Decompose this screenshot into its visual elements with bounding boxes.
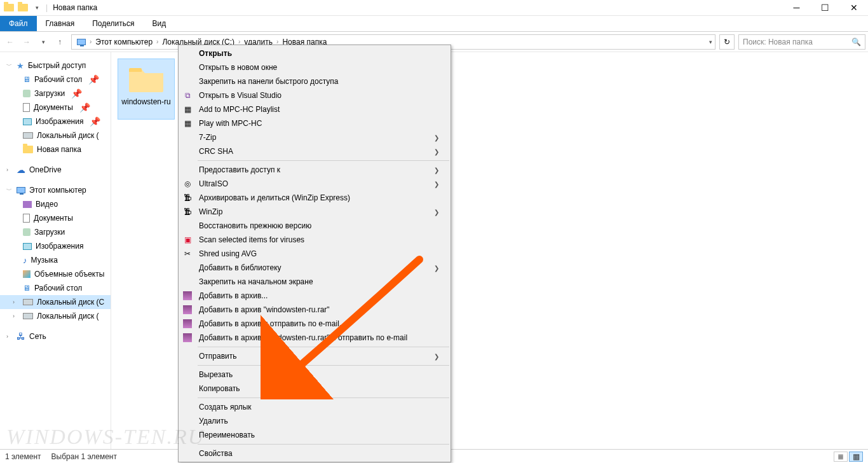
sidebar-label: Локальный диск (	[37, 131, 99, 140]
menu-separator	[198, 347, 449, 347]
submenu-arrow-icon: ❯	[434, 167, 439, 174]
sidebar-localdisk[interactable]: Локальный диск (	[0, 128, 111, 142]
ribbon-tab-share[interactable]: Поделиться	[83, 16, 143, 31]
menu-7zip[interactable]: 7-Zip❯	[179, 130, 451, 144]
menu-pin-start[interactable]: Закрепить на начальном экране	[179, 275, 451, 289]
sidebar-label: Изображения	[36, 117, 83, 126]
close-button[interactable]: ✕	[839, 0, 868, 16]
sidebar-music[interactable]: ♪Музыка	[0, 253, 111, 267]
chevron-right-icon: ›	[155, 38, 159, 45]
submenu-arrow-icon: ❯	[434, 209, 439, 216]
sidebar-pictures-2[interactable]: Изображения	[0, 239, 111, 253]
menu-add-mpc-playlist[interactable]: ▦Add to MPC-HC Playlist	[179, 102, 451, 116]
search-input[interactable]: Поиск: Новая папка 🔍	[738, 34, 865, 50]
folder-open-icon	[18, 3, 28, 13]
menu-pin-quick-access[interactable]: Закрепить на панели быстрого доступа	[179, 74, 451, 88]
sidebar-label: Рабочий стол	[34, 284, 82, 293]
menu-winzip-express[interactable]: 🗜Архивировать и делиться (WinZip Express…	[179, 191, 451, 205]
winrar-icon	[182, 333, 193, 343]
sidebar-downloads-2[interactable]: Загрузки	[0, 225, 111, 239]
menu-copy[interactable]: Копировать	[179, 382, 451, 396]
sidebar-videos[interactable]: Видео	[0, 197, 111, 211]
sidebar-label: OneDrive	[29, 165, 62, 174]
maximize-button[interactable]: ☐	[811, 0, 839, 16]
submenu-arrow-icon: ❯	[434, 148, 439, 155]
sidebar-localdisk-c[interactable]: ›Локальный диск (C	[0, 295, 111, 309]
winrar-icon	[182, 305, 193, 315]
menu-create-shortcut[interactable]: Создать ярлык	[179, 400, 451, 414]
sidebar-onedrive[interactable]: ›☁OneDrive	[0, 163, 111, 177]
sidebar-label: Этот компьютер	[29, 186, 86, 195]
menu-archive-email[interactable]: Добавить в архив и отправить по e-mail..…	[179, 317, 451, 331]
ribbon-tabs: Файл Главная Поделиться Вид	[0, 16, 868, 32]
sidebar-label: Объемные объекты	[34, 270, 104, 279]
menu-cut[interactable]: Вырезать	[179, 368, 451, 382]
ribbon-tab-file[interactable]: Файл	[0, 16, 37, 31]
menu-send-to[interactable]: Отправить❯	[179, 349, 451, 363]
menu-restore-previous[interactable]: Восстановить прежнюю версию	[179, 219, 451, 233]
menu-scan-virus[interactable]: ▣Scan selected items for viruses	[179, 233, 451, 247]
search-icon: 🔍	[851, 38, 861, 46]
chevron-right-icon: ›	[88, 38, 93, 45]
sidebar-quick-access[interactable]: ﹀★Быстрый доступ	[0, 59, 111, 73]
sidebar-network[interactable]: ›🖧Сеть	[0, 329, 111, 343]
view-large-icons-button[interactable]: ▦	[849, 452, 863, 462]
menu-open[interactable]: Открыть	[179, 46, 451, 60]
quick-access-toolbar: ▾ |	[0, 3, 48, 13]
nav-up-button[interactable]: ↑	[52, 34, 67, 50]
menu-rename[interactable]: Переименовать	[179, 428, 451, 442]
sidebar-pictures[interactable]: Изображения📌	[0, 114, 111, 128]
folder-icon	[128, 63, 165, 93]
titlebar: ▾ | Новая папка ─ ☐ ✕	[0, 0, 868, 16]
ribbon-tab-view[interactable]: Вид	[143, 16, 175, 31]
sidebar-label: Новая папка	[37, 145, 81, 154]
breadcrumb-pc[interactable]: Этот компьютер	[93, 38, 155, 46]
sidebar-3dobjects[interactable]: Объемные объекты	[0, 267, 111, 281]
menu-archive-rar-email[interactable]: Добавить в архив "windowsten-ru.rar" и о…	[179, 331, 451, 345]
view-details-button[interactable]: ≣	[834, 452, 848, 462]
menu-ultraiso[interactable]: ◎UltraISO❯	[179, 177, 451, 191]
menu-add-rar[interactable]: Добавить в архив "windowsten-ru.rar"	[179, 303, 451, 317]
menu-add-library[interactable]: Добавить в библиотеку❯	[179, 261, 451, 275]
sidebar-desktop-2[interactable]: 🖥Рабочий стол	[0, 281, 111, 295]
sidebar-label: Документы	[34, 214, 73, 223]
menu-crc-sha[interactable]: CRC SHA❯	[179, 144, 451, 158]
status-item-count: 1 элемент	[5, 452, 41, 461]
search-placeholder: Поиск: Новая папка	[743, 38, 813, 46]
qat-dropdown-icon[interactable]: ▾	[32, 3, 42, 13]
nav-back-button[interactable]: ←	[3, 34, 18, 50]
submenu-arrow-icon: ❯	[434, 134, 439, 141]
menu-play-mpc[interactable]: ▦Play with MPC-HC	[179, 116, 451, 130]
window-title: Новая папка	[48, 3, 97, 12]
context-menu: Открыть Открыть в новом окне Закрепить н…	[178, 45, 451, 462]
menu-properties[interactable]: Свойства	[179, 446, 451, 460]
menu-winzip[interactable]: 🗜WinZip❯	[179, 205, 451, 219]
sidebar-localdisk-d[interactable]: ›Локальный диск (	[0, 309, 111, 323]
sidebar-desktop[interactable]: 🖥Рабочий стол📌	[0, 73, 111, 86]
sidebar-label: Локальный диск (C	[37, 298, 104, 307]
sidebar-documents-2[interactable]: Документы	[0, 211, 111, 225]
refresh-button[interactable]: ↻	[719, 34, 735, 50]
sidebar: ﹀★Быстрый доступ 🖥Рабочий стол📌 Загрузки…	[0, 52, 111, 449]
folder-item[interactable]: windowsten-ru	[118, 59, 175, 120]
sidebar-thispc[interactable]: ﹀Этот компьютер	[0, 183, 111, 197]
menu-add-archive[interactable]: Добавить в архив...	[179, 289, 451, 303]
menu-separator	[198, 365, 449, 366]
menu-open-visual-studio[interactable]: ⧉Открыть в Visual Studio	[179, 88, 451, 102]
menu-shred-avg[interactable]: ✂Shred using AVG	[179, 247, 451, 261]
sidebar-newfolder[interactable]: Новая папка	[0, 142, 111, 156]
ribbon-tab-home[interactable]: Главная	[37, 16, 84, 31]
sidebar-documents[interactable]: Документы📌	[0, 100, 111, 114]
vs-icon: ⧉	[182, 90, 193, 100]
minimize-button[interactable]: ─	[782, 0, 811, 16]
sidebar-label: Документы	[34, 103, 73, 112]
sidebar-downloads[interactable]: Загрузки📌	[0, 86, 111, 100]
menu-open-new-window[interactable]: Открыть в новом окне	[179, 60, 451, 74]
winrar-icon	[182, 291, 193, 301]
sidebar-label: Быстрый доступ	[28, 61, 86, 70]
nav-forward-button[interactable]: →	[19, 34, 34, 50]
menu-give-access[interactable]: Предоставить доступ к❯	[179, 163, 451, 177]
breadcrumb-dropdown-icon[interactable]: ▾	[709, 39, 712, 45]
menu-delete[interactable]: Удалить	[179, 414, 451, 428]
nav-recent-dropdown[interactable]: ▾	[36, 34, 51, 50]
